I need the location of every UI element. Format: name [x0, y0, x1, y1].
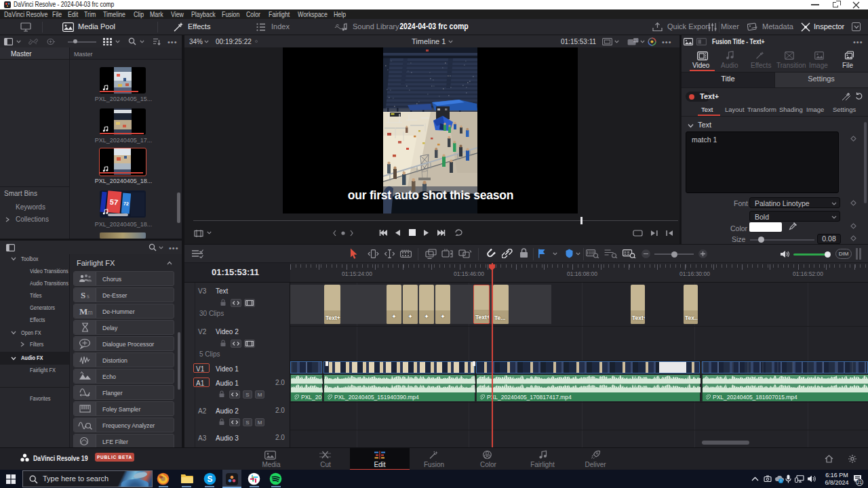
- svg-text:M: M: [79, 306, 87, 317]
- svg-text:FXT: FXT: [633, 39, 639, 42]
- svg-text:m: m: [87, 308, 93, 316]
- svg-text:S: S: [81, 290, 85, 300]
- svg-text:s: s: [87, 292, 90, 300]
- svg-text:S: S: [207, 474, 212, 484]
